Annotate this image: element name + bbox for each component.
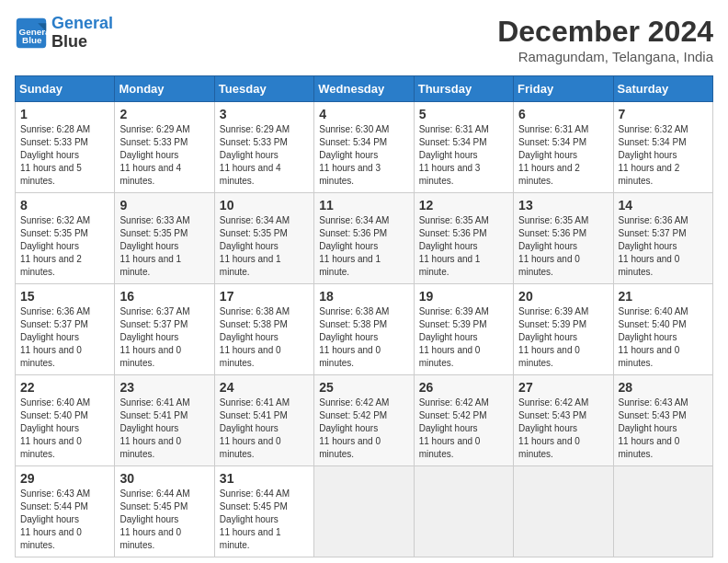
calendar-cell: 3 Sunrise: 6:29 AM Sunset: 5:33 PM Dayli… xyxy=(214,102,313,193)
calendar-cell: 6 Sunrise: 6:31 AM Sunset: 5:34 PM Dayli… xyxy=(514,102,613,193)
day-number: 25 xyxy=(319,380,408,395)
day-info: Sunrise: 6:42 AM Sunset: 5:42 PM Dayligh… xyxy=(319,396,408,461)
day-info: Sunrise: 6:29 AM Sunset: 5:33 PM Dayligh… xyxy=(119,123,209,188)
calendar-cell: 7 Sunrise: 6:32 AM Sunset: 5:34 PM Dayli… xyxy=(613,102,712,193)
calendar-cell: 17 Sunrise: 6:38 AM Sunset: 5:38 PM Dayl… xyxy=(214,284,313,375)
calendar-cell: 21 Sunrise: 6:40 AM Sunset: 5:40 PM Dayl… xyxy=(613,284,712,375)
day-number: 26 xyxy=(419,380,508,395)
calendar-cell: 23 Sunrise: 6:41 AM Sunset: 5:41 PM Dayl… xyxy=(115,375,214,466)
day-number: 22 xyxy=(20,380,109,395)
calendar-cell: 1 Sunrise: 6:28 AM Sunset: 5:33 PM Dayli… xyxy=(16,102,115,193)
calendar-week-1: 1 Sunrise: 6:28 AM Sunset: 5:33 PM Dayli… xyxy=(16,102,713,193)
location: Ramagundam, Telangana, India xyxy=(497,49,713,64)
calendar-cell xyxy=(514,466,613,557)
day-number: 1 xyxy=(20,107,109,121)
day-number: 3 xyxy=(220,107,309,121)
day-number: 19 xyxy=(419,289,508,304)
col-header-friday: Friday xyxy=(514,76,613,102)
calendar-cell: 29 Sunrise: 6:43 AM Sunset: 5:44 PM Dayl… xyxy=(16,466,115,557)
calendar-week-4: 22 Sunrise: 6:40 AM Sunset: 5:40 PM Dayl… xyxy=(16,375,713,466)
day-info: Sunrise: 6:34 AM Sunset: 5:36 PM Dayligh… xyxy=(319,214,408,279)
day-info: Sunrise: 6:38 AM Sunset: 5:38 PM Dayligh… xyxy=(319,305,408,370)
calendar-header-row: SundayMondayTuesdayWednesdayThursdayFrid… xyxy=(16,76,713,102)
day-number: 10 xyxy=(220,198,309,213)
calendar-week-5: 29 Sunrise: 6:43 AM Sunset: 5:44 PM Dayl… xyxy=(16,466,713,557)
col-header-saturday: Saturday xyxy=(613,76,712,102)
day-number: 29 xyxy=(20,471,109,486)
calendar-cell: 5 Sunrise: 6:31 AM Sunset: 5:34 PM Dayli… xyxy=(414,102,513,193)
day-number: 15 xyxy=(20,289,109,304)
day-number: 20 xyxy=(518,289,608,304)
day-number: 6 xyxy=(518,107,608,121)
calendar-cell: 15 Sunrise: 6:36 AM Sunset: 5:37 PM Dayl… xyxy=(16,284,115,375)
day-number: 2 xyxy=(119,107,209,121)
logo-icon: General Blue xyxy=(15,17,48,50)
day-info: Sunrise: 6:31 AM Sunset: 5:34 PM Dayligh… xyxy=(518,123,608,188)
day-number: 4 xyxy=(319,107,408,121)
day-info: Sunrise: 6:40 AM Sunset: 5:40 PM Dayligh… xyxy=(20,396,109,461)
day-info: Sunrise: 6:42 AM Sunset: 5:43 PM Dayligh… xyxy=(518,396,608,461)
day-number: 13 xyxy=(518,198,608,213)
day-number: 21 xyxy=(619,289,708,304)
calendar-cell: 11 Sunrise: 6:34 AM Sunset: 5:36 PM Dayl… xyxy=(314,193,414,284)
calendar-cell xyxy=(414,466,513,557)
svg-text:Blue: Blue xyxy=(22,35,42,45)
month-title: December 2024 xyxy=(497,15,713,49)
day-info: Sunrise: 6:34 AM Sunset: 5:35 PM Dayligh… xyxy=(220,214,309,279)
calendar-cell: 26 Sunrise: 6:42 AM Sunset: 5:42 PM Dayl… xyxy=(414,375,513,466)
col-header-monday: Monday xyxy=(115,76,214,102)
day-info: Sunrise: 6:38 AM Sunset: 5:38 PM Dayligh… xyxy=(220,305,309,370)
day-info: Sunrise: 6:35 AM Sunset: 5:36 PM Dayligh… xyxy=(419,214,508,279)
day-info: Sunrise: 6:39 AM Sunset: 5:39 PM Dayligh… xyxy=(518,305,608,370)
col-header-sunday: Sunday xyxy=(16,76,115,102)
calendar-cell: 22 Sunrise: 6:40 AM Sunset: 5:40 PM Dayl… xyxy=(16,375,115,466)
logo: General Blue GeneralBlue xyxy=(15,15,113,52)
day-info: Sunrise: 6:36 AM Sunset: 5:37 PM Dayligh… xyxy=(20,305,109,370)
calendar-cell: 28 Sunrise: 6:43 AM Sunset: 5:43 PM Dayl… xyxy=(613,375,712,466)
day-number: 31 xyxy=(220,471,309,486)
calendar-cell: 9 Sunrise: 6:33 AM Sunset: 5:35 PM Dayli… xyxy=(115,193,214,284)
day-info: Sunrise: 6:39 AM Sunset: 5:39 PM Dayligh… xyxy=(419,305,508,370)
day-number: 5 xyxy=(419,107,508,121)
day-number: 24 xyxy=(220,380,309,395)
calendar-cell: 2 Sunrise: 6:29 AM Sunset: 5:33 PM Dayli… xyxy=(115,102,214,193)
calendar-cell: 13 Sunrise: 6:35 AM Sunset: 5:36 PM Dayl… xyxy=(514,193,613,284)
calendar-cell: 24 Sunrise: 6:41 AM Sunset: 5:41 PM Dayl… xyxy=(214,375,313,466)
day-info: Sunrise: 6:32 AM Sunset: 5:35 PM Dayligh… xyxy=(20,214,109,279)
calendar-cell: 25 Sunrise: 6:42 AM Sunset: 5:42 PM Dayl… xyxy=(314,375,414,466)
calendar-cell: 18 Sunrise: 6:38 AM Sunset: 5:38 PM Dayl… xyxy=(314,284,414,375)
calendar-cell xyxy=(613,466,712,557)
day-number: 7 xyxy=(619,107,708,121)
col-header-thursday: Thursday xyxy=(414,76,513,102)
header: General Blue GeneralBlue December 2024 R… xyxy=(15,15,713,64)
day-number: 28 xyxy=(619,380,708,395)
day-info: Sunrise: 6:29 AM Sunset: 5:33 PM Dayligh… xyxy=(220,123,309,188)
day-info: Sunrise: 6:43 AM Sunset: 5:43 PM Dayligh… xyxy=(619,396,708,461)
calendar-cell: 12 Sunrise: 6:35 AM Sunset: 5:36 PM Dayl… xyxy=(414,193,513,284)
title-block: December 2024 Ramagundam, Telangana, Ind… xyxy=(497,15,713,64)
calendar-cell: 14 Sunrise: 6:36 AM Sunset: 5:37 PM Dayl… xyxy=(613,193,712,284)
calendar-cell: 16 Sunrise: 6:37 AM Sunset: 5:37 PM Dayl… xyxy=(115,284,214,375)
day-info: Sunrise: 6:32 AM Sunset: 5:34 PM Dayligh… xyxy=(619,123,708,188)
day-info: Sunrise: 6:28 AM Sunset: 5:33 PM Dayligh… xyxy=(20,123,109,188)
calendar-cell: 19 Sunrise: 6:39 AM Sunset: 5:39 PM Dayl… xyxy=(414,284,513,375)
day-info: Sunrise: 6:37 AM Sunset: 5:37 PM Dayligh… xyxy=(119,305,209,370)
calendar-week-3: 15 Sunrise: 6:36 AM Sunset: 5:37 PM Dayl… xyxy=(16,284,713,375)
calendar: SundayMondayTuesdayWednesdayThursdayFrid… xyxy=(15,75,713,557)
calendar-cell: 30 Sunrise: 6:44 AM Sunset: 5:45 PM Dayl… xyxy=(115,466,214,557)
col-header-tuesday: Tuesday xyxy=(214,76,313,102)
calendar-cell: 31 Sunrise: 6:44 AM Sunset: 5:45 PM Dayl… xyxy=(214,466,313,557)
day-number: 14 xyxy=(619,198,708,213)
calendar-cell xyxy=(314,466,414,557)
calendar-cell: 10 Sunrise: 6:34 AM Sunset: 5:35 PM Dayl… xyxy=(214,193,313,284)
day-number: 23 xyxy=(119,380,209,395)
day-info: Sunrise: 6:30 AM Sunset: 5:34 PM Dayligh… xyxy=(319,123,408,188)
logo-name: GeneralBlue xyxy=(51,15,113,52)
day-info: Sunrise: 6:42 AM Sunset: 5:42 PM Dayligh… xyxy=(419,396,508,461)
day-number: 11 xyxy=(319,198,408,213)
day-info: Sunrise: 6:33 AM Sunset: 5:35 PM Dayligh… xyxy=(119,214,209,279)
day-info: Sunrise: 6:44 AM Sunset: 5:45 PM Dayligh… xyxy=(119,488,209,552)
day-info: Sunrise: 6:41 AM Sunset: 5:41 PM Dayligh… xyxy=(119,396,209,461)
calendar-cell: 4 Sunrise: 6:30 AM Sunset: 5:34 PM Dayli… xyxy=(314,102,414,193)
day-info: Sunrise: 6:43 AM Sunset: 5:44 PM Dayligh… xyxy=(20,488,109,552)
